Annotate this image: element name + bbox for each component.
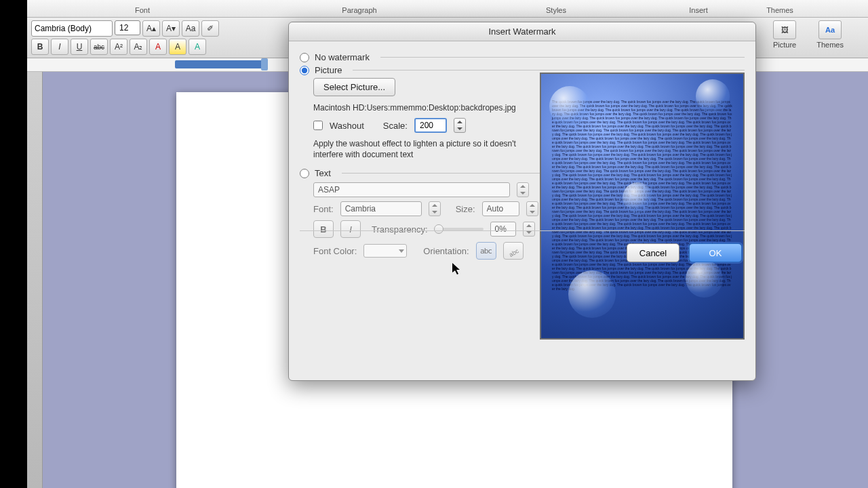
- washout-checkbox[interactable]: [313, 121, 323, 130]
- ribbon-group-font: Font: [27, 3, 258, 17]
- insert-picture-button[interactable]: 🖼 Picture: [773, 20, 796, 49]
- picture-radio-input[interactable]: [300, 66, 309, 75]
- picture-path: Macintosh HD:Users:mmemmo:Desktop:backdr…: [313, 103, 544, 113]
- picture-radio-label: Picture: [315, 65, 342, 75]
- watermark-preview: The quick brown fox jumps over the lazy …: [540, 73, 745, 340]
- ribbon-group-themes: Themes: [746, 3, 814, 17]
- orientation-horizontal-toggle[interactable]: abc: [476, 242, 496, 260]
- select-picture-button[interactable]: Select Picture...: [313, 78, 395, 96]
- orientation-diagonal-toggle[interactable]: abc: [503, 242, 524, 260]
- transparency-stepper[interactable]: [523, 222, 535, 237]
- watermark-bold-toggle[interactable]: B: [313, 220, 334, 238]
- picture-label: Picture: [773, 41, 796, 49]
- font-label: Font:: [313, 204, 334, 214]
- transparency-thumb[interactable]: [434, 224, 443, 234]
- watermark-font-input[interactable]: [340, 201, 422, 216]
- font-color-label: Font Color:: [313, 246, 357, 256]
- underline-button[interactable]: U: [71, 39, 88, 55]
- themes-label: Themes: [816, 41, 844, 49]
- washout-label: Washout: [330, 121, 364, 131]
- clear-formatting-button[interactable]: ✐: [201, 20, 219, 37]
- dialog-separator: [300, 230, 745, 231]
- text-effects-button[interactable]: A: [189, 39, 206, 55]
- superscript-button[interactable]: A²: [110, 39, 127, 55]
- bold-button[interactable]: B: [31, 39, 49, 55]
- font-name-combo[interactable]: [31, 20, 113, 37]
- ribbon-group-paragraph: Paragraph: [258, 3, 461, 17]
- ruler-indent-handle[interactable]: [261, 58, 268, 70]
- text-preset-stepper[interactable]: [517, 182, 529, 197]
- no-watermark-radio[interactable]: No watermark: [300, 52, 745, 62]
- cancel-button[interactable]: Cancel: [627, 243, 679, 262]
- transparency-value[interactable]: [490, 222, 516, 237]
- diagonal-text-icon: abc: [507, 244, 520, 258]
- grow-font-button[interactable]: A▴: [142, 20, 160, 37]
- font-stepper[interactable]: [429, 201, 441, 216]
- svg-text:abc: abc: [508, 247, 520, 258]
- ruler-indent-region: [175, 60, 267, 68]
- size-stepper[interactable]: [526, 201, 538, 216]
- no-watermark-label: No watermark: [315, 52, 370, 62]
- ok-button[interactable]: OK: [689, 243, 742, 262]
- transparency-label: Transparency:: [372, 224, 428, 235]
- font-size-combo[interactable]: [115, 20, 140, 35]
- ribbon-group-styles: Styles: [461, 3, 651, 17]
- watermark-italic-toggle[interactable]: I: [340, 220, 361, 238]
- font-color-button[interactable]: A: [149, 39, 167, 55]
- text-radio-input[interactable]: [300, 169, 309, 178]
- change-case-button[interactable]: Aa: [182, 20, 199, 37]
- word-app-window: Font Paragraph Styles Insert Themes A▴ A…: [27, 0, 868, 488]
- subscript-button[interactable]: A₂: [130, 39, 147, 55]
- size-label: Size:: [456, 204, 475, 214]
- themes-icon: Aa: [818, 20, 842, 39]
- strikethrough-button[interactable]: abc: [90, 39, 108, 55]
- scale-stepper[interactable]: [454, 118, 466, 133]
- washout-help-text: Apply the washout effect to lighten a pi…: [313, 138, 517, 160]
- watermark-text-input[interactable]: [313, 182, 510, 197]
- themes-button[interactable]: Aa Themes: [816, 20, 844, 49]
- shrink-font-button[interactable]: A▾: [162, 20, 180, 37]
- ribbon-group-insert: Insert: [651, 3, 746, 17]
- no-watermark-radio-input[interactable]: [300, 53, 309, 62]
- dialog-title: Insert Watermark: [289, 22, 755, 41]
- font-color-well[interactable]: [363, 244, 407, 258]
- highlight-button[interactable]: A: [169, 39, 186, 55]
- picture-icon: 🖼: [773, 20, 796, 39]
- orientation-label: Orientation:: [423, 246, 469, 256]
- watermark-size-input[interactable]: [482, 201, 519, 216]
- italic-button[interactable]: I: [51, 39, 68, 55]
- ribbon-group-labels: Font Paragraph Styles Insert Themes: [27, 0, 868, 18]
- text-radio-label: Text: [315, 168, 331, 178]
- insert-watermark-dialog: Insert Watermark No watermark Picture Se…: [288, 22, 756, 381]
- scale-input[interactable]: [414, 118, 447, 133]
- scale-label: Scale:: [383, 121, 408, 131]
